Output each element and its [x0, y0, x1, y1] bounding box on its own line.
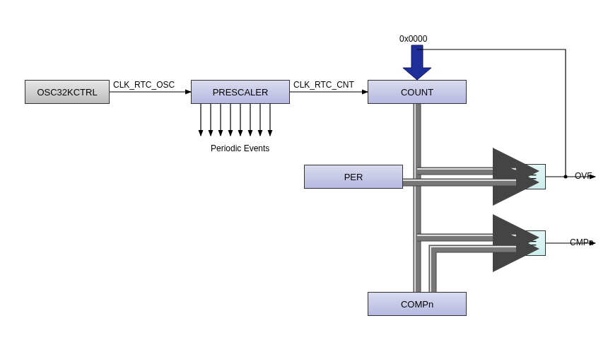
count-block: COUNT	[368, 80, 467, 104]
periodic-events-label: Periodic Events	[211, 143, 269, 153]
prescaler-block: PRESCALER	[191, 80, 290, 104]
clk-rtc-osc-label: CLK_RTC_OSC	[113, 80, 175, 90]
count-bus	[415, 104, 516, 292]
compare-equal-2: =	[520, 230, 546, 256]
clk-rtc-cnt-label: CLK_RTC_CNT	[293, 80, 354, 90]
svg-point-9	[564, 175, 568, 179]
reset-arrow	[403, 45, 431, 80]
ovf-feedback-path	[417, 49, 595, 179]
per-block: PER	[304, 165, 403, 189]
compn-bus	[431, 247, 516, 292]
osc32kctrl-block: OSC32KCTRL	[25, 80, 110, 104]
reset-value-label: 0x0000	[399, 34, 427, 44]
compare-equal-1: =	[520, 164, 546, 189]
cmpn-label: CMPn	[570, 237, 593, 247]
compn-block: COMPn	[368, 292, 467, 316]
periodic-event-arrows	[201, 104, 270, 136]
ovf-label: OVF	[575, 171, 592, 181]
per-bus	[403, 180, 516, 182]
